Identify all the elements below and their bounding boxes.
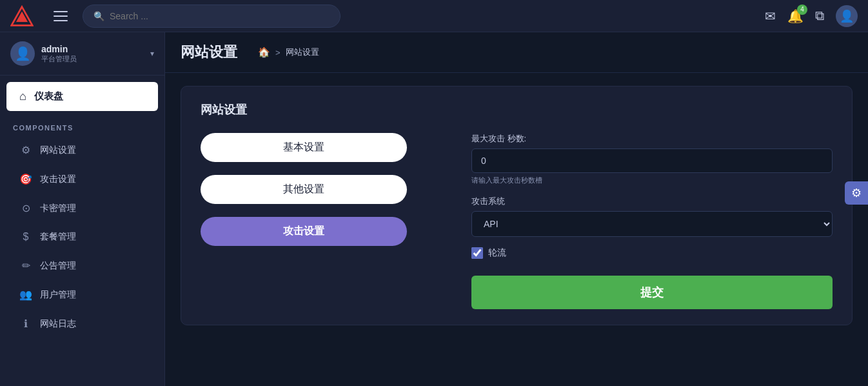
- notification-icon[interactable]: 🔔 4: [787, 8, 804, 24]
- submit-button[interactable]: 提交: [471, 276, 833, 309]
- sidebar-item-package-management[interactable]: $ 套餐管理: [6, 224, 158, 250]
- hamburger-button[interactable]: [49, 5, 72, 28]
- max-attack-group: 最大攻击 秒数: 请输入最大攻击秒数槽: [471, 133, 833, 185]
- form-right: 最大攻击 秒数: 请输入最大攻击秒数槽 攻击系统 API: [471, 133, 833, 309]
- nav-label-site-log: 网站日志: [40, 318, 76, 330]
- tab-attack[interactable]: 攻击设置: [201, 217, 407, 246]
- app-header: 🔍 ✉ 🔔 4 ⧉ 👤: [0, 0, 868, 32]
- nav-label-website-settings: 网站设置: [40, 145, 76, 156]
- card-icon: ⊙: [19, 202, 32, 214]
- user-avatar-header[interactable]: 👤: [836, 5, 858, 27]
- breadcrumb-separator: >: [275, 48, 281, 57]
- max-attack-hint: 请输入最大攻击秒数槽: [471, 176, 833, 185]
- tab-other[interactable]: 其他设置: [201, 175, 407, 204]
- sidebar-item-attack-settings[interactable]: 🎯 攻击设置: [6, 166, 158, 192]
- gear-icon: ⚙: [851, 186, 862, 200]
- notice-icon: ✏: [19, 259, 32, 272]
- main-layout: 👤 admin 平台管理员 ▾ ⌂ 仪表盘 COMPONENTS ⚙ 网站设置 …: [0, 32, 868, 386]
- log-icon: ℹ: [19, 318, 32, 330]
- user-avatar-sidebar: 👤: [10, 41, 35, 66]
- sidebar-item-user-management[interactable]: 👥 用户管理: [6, 281, 158, 308]
- dashboard-icon: ⌂: [19, 90, 26, 103]
- tab-basic[interactable]: 基本设置: [201, 133, 407, 162]
- form-left: 基本设置 其他设置 攻击设置: [201, 133, 446, 309]
- settings-icon: ⚙: [19, 144, 32, 156]
- search-icon: 🔍: [94, 11, 104, 21]
- nav-label-card-management: 卡密管理: [40, 203, 76, 214]
- breadcrumb-current: 网站设置: [286, 46, 319, 58]
- settings-card: 网站设置 基本设置 其他设置 攻击设置 最大攻击 秒数: 请输入最大攻击秒数槽: [181, 86, 853, 325]
- header-actions: ✉ 🔔 4 ⧉ 👤: [765, 5, 858, 27]
- package-icon: $: [19, 231, 32, 243]
- nav-section-label: COMPONENTS: [0, 117, 164, 136]
- card-title: 网站设置: [201, 102, 833, 117]
- hamburger-line: [54, 20, 68, 21]
- right-gear-button[interactable]: ⚙: [845, 181, 868, 205]
- max-attack-input[interactable]: [471, 148, 833, 173]
- max-attack-label: 最大攻击 秒数:: [471, 133, 833, 145]
- nav-label-attack-settings: 攻击设置: [40, 174, 76, 185]
- user-name: admin: [41, 44, 144, 54]
- page-header: 网站设置 🏠 > 网站设置: [165, 32, 868, 73]
- hamburger-line: [54, 15, 68, 17]
- layers-icon[interactable]: ⧉: [815, 8, 824, 23]
- page-body: 网站设置 基本设置 其他设置 攻击设置 最大攻击 秒数: 请输入最大攻击秒数槽: [165, 73, 868, 386]
- search-bar: 🔍: [83, 5, 340, 28]
- nav-dashboard[interactable]: ⌂ 仪表盘: [6, 82, 158, 111]
- attack-icon: 🎯: [19, 173, 32, 185]
- search-input[interactable]: [110, 11, 330, 21]
- users-icon: 👥: [19, 289, 32, 301]
- user-info: admin 平台管理员: [41, 44, 144, 64]
- sidebar-item-notice-management[interactable]: ✏ 公告管理: [6, 252, 158, 279]
- logo: [10, 5, 41, 28]
- sidebar: 👤 admin 平台管理员 ▾ ⌂ 仪表盘 COMPONENTS ⚙ 网站设置 …: [0, 32, 165, 386]
- round-robin-group: 轮流: [471, 247, 833, 259]
- attack-system-group: 攻击系统 API: [471, 196, 833, 237]
- round-robin-checkbox[interactable]: [471, 247, 483, 259]
- content-area: 网站设置 🏠 > 网站设置 网站设置 基本设置 其他设置 攻击设置: [165, 32, 868, 386]
- dashboard-label: 仪表盘: [34, 90, 63, 103]
- breadcrumb-home-icon[interactable]: 🏠: [258, 46, 270, 58]
- page-title: 网站设置: [181, 43, 237, 62]
- mail-icon[interactable]: ✉: [765, 8, 776, 24]
- attack-system-label: 攻击系统: [471, 196, 833, 207]
- sidebar-item-site-log[interactable]: ℹ 网站日志: [6, 310, 158, 337]
- user-role: 平台管理员: [41, 54, 144, 64]
- hamburger-line: [54, 11, 68, 12]
- sidebar-user: 👤 admin 平台管理员 ▾: [0, 32, 164, 76]
- sidebar-item-website-settings[interactable]: ⚙ 网站设置: [6, 137, 158, 163]
- nav-label-user-management: 用户管理: [40, 289, 76, 301]
- nav-label-package-management: 套餐管理: [40, 231, 76, 243]
- user-dropdown-icon[interactable]: ▾: [150, 49, 154, 58]
- attack-system-select[interactable]: API: [471, 211, 833, 237]
- notification-badge: 4: [797, 5, 807, 15]
- breadcrumb: 🏠 > 网站设置: [258, 46, 319, 58]
- form-main: 基本设置 其他设置 攻击设置 最大攻击 秒数: 请输入最大攻击秒数槽 攻击系统: [201, 133, 833, 309]
- nav-label-notice-management: 公告管理: [40, 260, 76, 272]
- round-robin-label: 轮流: [488, 247, 506, 259]
- sidebar-item-card-management[interactable]: ⊙ 卡密管理: [6, 195, 158, 221]
